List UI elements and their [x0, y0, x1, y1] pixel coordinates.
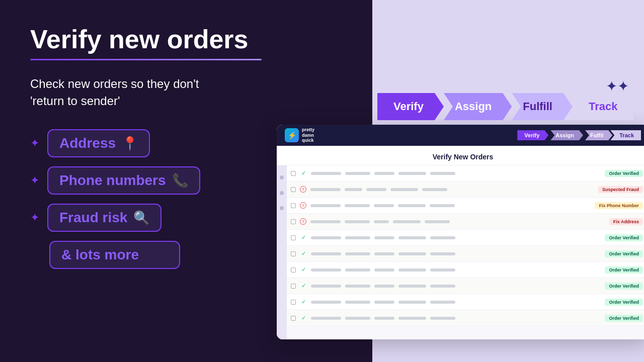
row-checkbox[interactable] [291, 300, 296, 305]
row-bar [425, 220, 450, 223]
row-bar [345, 172, 370, 175]
row-bar [398, 285, 426, 288]
row-bar [374, 220, 389, 223]
app-logo: ⚡ prettydamnquick [285, 127, 314, 143]
row-bar [311, 301, 341, 304]
order-badge: Suspected Fraud [598, 186, 643, 193]
order-badge: Order Verified [605, 170, 643, 177]
step-verify-large[interactable]: Verify [377, 93, 444, 120]
row-bar [398, 172, 426, 175]
row-bar [430, 172, 455, 175]
row-checkbox[interactable] [291, 219, 296, 224]
row-bar [345, 301, 370, 304]
app-nav-verify[interactable]: Verify [517, 130, 548, 140]
table-row: ✓ Order Verified [287, 165, 644, 182]
row-bar [374, 268, 394, 272]
app-mockup: ⚡ prettydamnquick Verify Assign Fulfil T… [277, 125, 644, 339]
row-bar [310, 220, 341, 223]
table-row: ✓ Order Verified [287, 262, 644, 278]
order-badge: Order Verified [605, 315, 643, 322]
sidebar-dot [280, 191, 284, 195]
sidebar-dot [280, 206, 284, 210]
check-icon: ✓ [300, 266, 307, 274]
page-title: Verify new orders [30, 25, 342, 54]
sparkle-icon-fraud: ✦ [30, 211, 39, 224]
order-badge: Fix Address [609, 218, 643, 225]
table-row: ✓ Order Verified [287, 278, 644, 294]
row-bar [345, 268, 370, 272]
error-icon: ! [300, 202, 306, 209]
row-bar [374, 236, 394, 239]
check-icon: ✓ [300, 234, 307, 241]
row-bar [398, 204, 426, 207]
logo-icon-symbol: ⚡ [288, 131, 296, 139]
row-checkbox[interactable] [291, 187, 296, 192]
row-bar [398, 236, 426, 239]
order-badge: Order Verified [605, 234, 643, 241]
row-bar [311, 236, 341, 239]
sidebar-dots [277, 165, 287, 339]
sparkle-icon-phone: ✦ [30, 174, 39, 187]
row-checkbox[interactable] [291, 284, 296, 289]
fraud-label: Fraud risk [59, 210, 127, 226]
row-bar [345, 188, 362, 191]
row-checkbox[interactable] [291, 267, 296, 273]
app-page-title: Verify New Orders [277, 146, 644, 165]
step-fulfill-large[interactable]: Fulfill [503, 93, 573, 120]
row-bar [374, 204, 394, 207]
app-nav-assign[interactable]: Assign [546, 130, 583, 140]
row-bar [430, 301, 455, 304]
table-row: ✓ Order Verified [287, 310, 644, 326]
check-icon: ✓ [300, 283, 307, 290]
logo-text: prettydamnquick [302, 127, 314, 143]
fraud-badge: Fraud risk 🔍 [47, 204, 162, 232]
row-bar [310, 188, 341, 191]
row-bar [430, 236, 455, 239]
title-underline [30, 59, 262, 60]
row-checkbox[interactable] [291, 235, 296, 240]
row-bar [374, 317, 394, 320]
phone-badge: Phone numbers 📞 [47, 166, 200, 195]
logo-icon: ⚡ [285, 128, 299, 142]
row-bar [345, 236, 370, 239]
row-bar [430, 317, 455, 320]
step-assign-large[interactable]: Assign [435, 93, 512, 120]
step-track-large[interactable]: Track [564, 93, 634, 120]
phone-icon: 📞 [172, 173, 188, 189]
check-icon: ✓ [300, 299, 307, 306]
row-bar [366, 188, 386, 191]
row-bar [374, 285, 394, 288]
row-bar [345, 252, 370, 255]
row-bar [345, 285, 370, 288]
row-checkbox[interactable] [291, 251, 296, 256]
lots-badge: & lots more [49, 241, 180, 269]
row-bar [422, 188, 447, 191]
order-badge: Order Verified [605, 283, 643, 290]
sidebar-dot [280, 175, 284, 179]
row-bar [311, 285, 341, 288]
app-content: Verify New Orders ✓ [277, 146, 644, 339]
row-checkbox[interactable] [291, 203, 296, 208]
error-icon: ! [300, 218, 306, 225]
address-icon: 📍 [122, 136, 138, 151]
step-nav-large: Verify Assign Fulfill Track [377, 93, 644, 120]
row-checkbox[interactable] [291, 316, 296, 321]
lots-label: & lots more [61, 247, 139, 262]
row-checkbox[interactable] [291, 171, 296, 176]
table-row: ! Suspected Fraud [287, 182, 644, 198]
subtitle: Check new orders so they don't'return to… [30, 75, 342, 109]
table-container: ✓ Order Verified ! [277, 165, 644, 339]
orders-table: ✓ Order Verified ! [287, 165, 644, 339]
row-bar [430, 268, 455, 272]
app-nav-fulfill[interactable]: Fulfil [581, 130, 612, 140]
app-nav-track[interactable]: Track [610, 130, 641, 140]
table-row: ! Fix Phone Number [287, 198, 644, 214]
row-bar [430, 204, 455, 207]
sparkle-decoration: ✦✦ [606, 78, 629, 95]
table-row: ✓ Order Verified [287, 230, 644, 246]
table-row: ✓ Order Verified [287, 246, 644, 262]
row-bar [345, 317, 370, 320]
row-bar [393, 220, 421, 223]
phone-label: Phone numbers [59, 172, 166, 189]
row-bar [345, 220, 370, 223]
